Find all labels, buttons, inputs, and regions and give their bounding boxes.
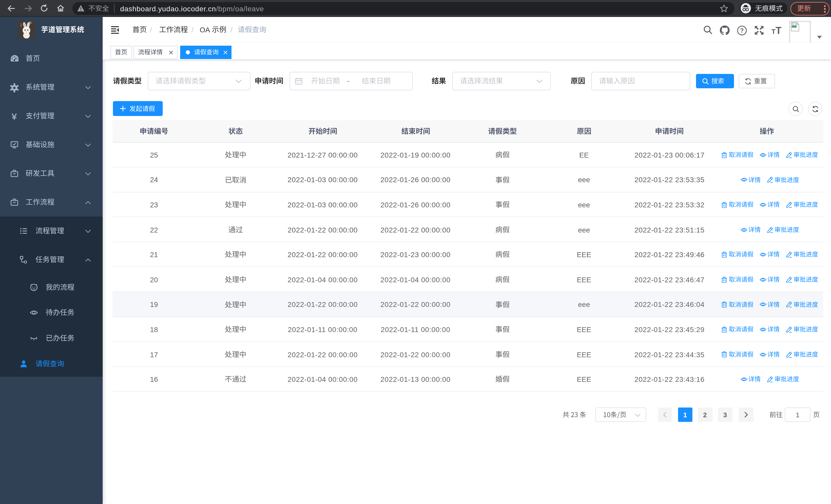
svg-text:?: ? — [740, 27, 744, 34]
svg-text:T: T — [776, 25, 781, 35]
svg-text:T: T — [771, 28, 776, 35]
